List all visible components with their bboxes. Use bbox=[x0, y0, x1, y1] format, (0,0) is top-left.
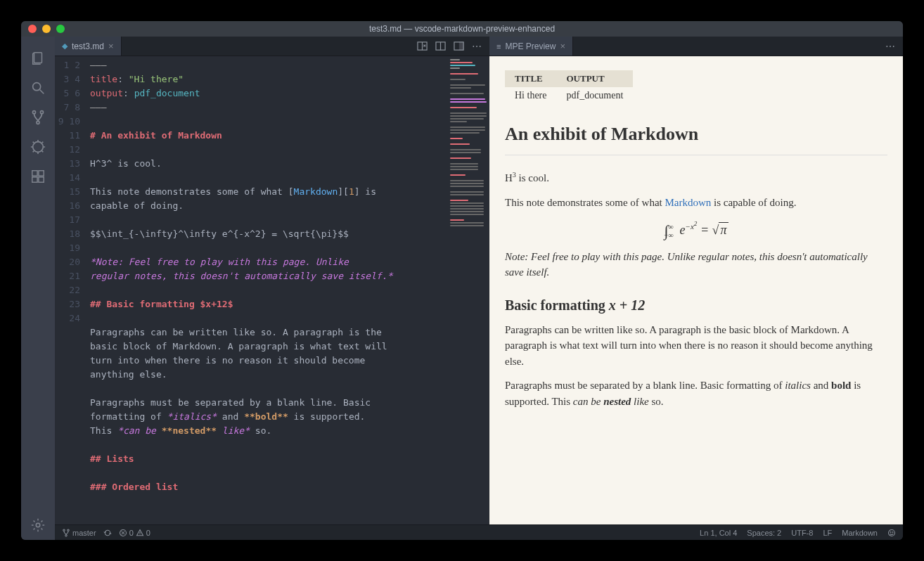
preview-tabbar: ≡ MPE Preview × ⋯ bbox=[489, 37, 903, 56]
svg-rect-6 bbox=[32, 171, 37, 176]
preview-h2: Basic formatting x + 12 bbox=[505, 297, 887, 314]
source-control-icon[interactable] bbox=[21, 103, 55, 132]
close-tab-icon[interactable]: × bbox=[108, 41, 114, 51]
open-preview-icon[interactable] bbox=[416, 41, 428, 52]
markdown-link[interactable]: Markdown bbox=[665, 197, 711, 208]
meta-value-title: Hi there bbox=[505, 87, 556, 104]
svg-point-3 bbox=[40, 111, 43, 114]
svg-point-17 bbox=[65, 534, 67, 536]
editor-tabbar: ◆ test3.md × bbox=[55, 37, 489, 56]
language-status[interactable]: Markdown bbox=[842, 529, 878, 537]
svg-point-4 bbox=[37, 121, 39, 124]
cursor-position-status[interactable]: Ln 1, Col 4 bbox=[700, 529, 737, 537]
statusbar: master 0 0 Ln 1, Col 4 Spaces: 2 U bbox=[55, 524, 903, 540]
preview-note: Note: Feel free to play with this page. … bbox=[505, 249, 887, 280]
meta-header-title: TITLE bbox=[505, 70, 556, 87]
line-gutter: 1 2 3 4 5 6 7 8 9 10 11 12 13 14 15 16 1… bbox=[55, 56, 86, 524]
svg-point-2 bbox=[32, 111, 35, 114]
svg-point-1 bbox=[33, 83, 41, 91]
preview-paragraph: H3 is cool. bbox=[505, 169, 887, 186]
svg-point-20 bbox=[890, 531, 891, 532]
close-window-button[interactable] bbox=[28, 25, 37, 33]
explorer-icon[interactable] bbox=[21, 44, 55, 73]
svg-rect-14 bbox=[459, 42, 463, 50]
svg-rect-9 bbox=[39, 171, 44, 176]
titlebar: test3.md — vscode-markdown-preview-enhan… bbox=[21, 21, 903, 37]
problems-status[interactable]: 0 0 bbox=[119, 529, 150, 537]
markdown-file-icon: ◆ bbox=[62, 41, 68, 51]
meta-header-output: OUTPUT bbox=[556, 70, 633, 87]
svg-point-19 bbox=[889, 529, 895, 536]
preview-paragraph: Paragraphs must be separated by a blank … bbox=[505, 378, 887, 409]
tab-label: MPE Preview bbox=[505, 41, 556, 51]
svg-point-21 bbox=[892, 531, 893, 532]
preview-paragraph: This note demonstrates some of what Mark… bbox=[505, 195, 887, 211]
code-content[interactable]: ——— title: "Hi there" output: pdf_docume… bbox=[86, 56, 447, 524]
frontmatter-table: TITLE OUTPUT Hi there pdf_document bbox=[505, 70, 633, 104]
traffic-lights bbox=[21, 25, 65, 33]
tab-test3[interactable]: ◆ test3.md × bbox=[55, 37, 122, 56]
body: ◆ test3.md × bbox=[21, 37, 903, 540]
editor-area[interactable]: 1 2 3 4 5 6 7 8 9 10 11 12 13 14 15 16 1… bbox=[55, 56, 489, 524]
svg-point-5 bbox=[33, 142, 44, 153]
math-block: ∫∞−∞ e−x2 = √π bbox=[505, 220, 887, 239]
main: ◆ test3.md × bbox=[55, 37, 903, 540]
encoding-status[interactable]: UTF-8 bbox=[791, 529, 813, 537]
close-tab-icon[interactable]: × bbox=[560, 41, 565, 51]
activity-bar bbox=[21, 37, 55, 540]
extensions-icon[interactable] bbox=[21, 162, 55, 191]
svg-rect-0 bbox=[34, 53, 42, 63]
window: test3.md — vscode-markdown-preview-enhan… bbox=[21, 21, 903, 540]
preview-content[interactable]: TITLE OUTPUT Hi there pdf_document An ex… bbox=[489, 56, 903, 524]
indentation-status[interactable]: Spaces: 2 bbox=[747, 529, 781, 537]
svg-point-16 bbox=[68, 529, 69, 531]
more-actions-icon[interactable]: ⋯ bbox=[471, 41, 482, 52]
search-icon[interactable] bbox=[21, 73, 55, 103]
editor-pane: ◆ test3.md × bbox=[55, 37, 489, 524]
debug-icon[interactable] bbox=[21, 132, 55, 162]
preview-paragraph: Paragraphs can be written like so. A par… bbox=[505, 322, 887, 370]
maximize-window-button[interactable] bbox=[56, 25, 65, 33]
git-branch-status[interactable]: master bbox=[62, 529, 96, 537]
preview-h1: An exhibit of Markdown bbox=[505, 124, 887, 155]
window-title: test3.md — vscode-markdown-preview-enhan… bbox=[369, 24, 555, 34]
split-editor-icon[interactable] bbox=[435, 41, 446, 52]
editor-tabbar-actions: ⋯ bbox=[416, 37, 489, 56]
feedback-icon[interactable] bbox=[887, 529, 896, 537]
more-actions-icon[interactable]: ⋯ bbox=[885, 41, 896, 52]
minimize-window-button[interactable] bbox=[42, 25, 51, 33]
svg-point-10 bbox=[36, 523, 40, 527]
sync-status[interactable] bbox=[103, 529, 112, 537]
tab-label: test3.md bbox=[72, 41, 104, 51]
settings-icon[interactable] bbox=[21, 510, 55, 540]
preview-tabbar-actions: ⋯ bbox=[885, 37, 903, 56]
eol-status[interactable]: LF bbox=[823, 529, 832, 537]
split-editor-vertical-icon[interactable] bbox=[453, 41, 464, 52]
svg-rect-8 bbox=[39, 177, 44, 182]
svg-point-15 bbox=[63, 529, 65, 531]
minimap[interactable] bbox=[447, 56, 489, 524]
svg-rect-7 bbox=[32, 177, 37, 182]
preview-pane: ≡ MPE Preview × ⋯ TITLE OUTPUT bbox=[489, 37, 903, 524]
preview-icon: ≡ bbox=[496, 42, 501, 51]
meta-value-output: pdf_document bbox=[556, 87, 633, 104]
tab-preview[interactable]: ≡ MPE Preview × bbox=[489, 37, 573, 56]
